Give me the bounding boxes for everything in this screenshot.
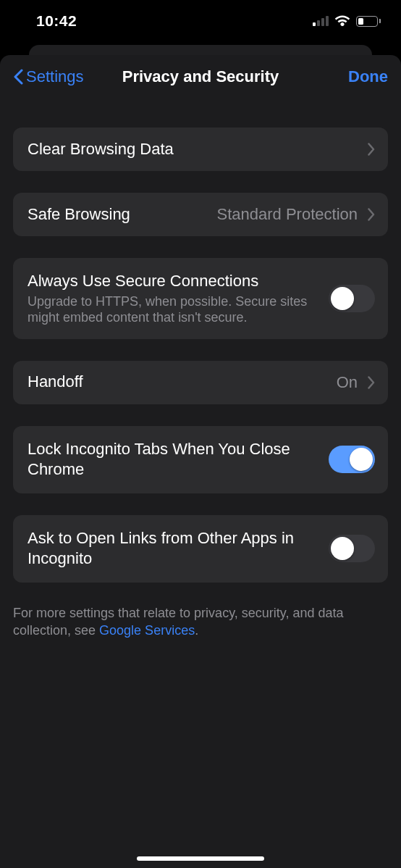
row-title: Safe Browsing [28,204,217,225]
row-title: Lock Incognito Tabs When You Close Chrom… [28,439,321,480]
done-button[interactable]: Done [348,67,388,86]
row-lock-incognito-tabs: Lock Incognito Tabs When You Close Chrom… [13,426,388,493]
navbar: Settings Privacy and Security Done [0,55,401,99]
footer-note: For more settings that relate to privacy… [0,604,401,640]
battery-icon [356,16,381,27]
row-safe-browsing[interactable]: Safe Browsing Standard Protection [13,193,388,236]
status-time: 10:42 [36,12,77,30]
chevron-right-icon [368,376,375,389]
chevron-right-icon [368,143,375,156]
status-bar: 10:42 [0,0,401,42]
lock-incognito-toggle[interactable] [329,446,375,473]
wifi-icon [334,15,350,27]
google-services-link[interactable]: Google Services [99,623,195,638]
row-value: On [337,373,363,392]
open-links-incognito-toggle[interactable] [329,535,375,562]
settings-content: Clear Browsing Data Safe Browsing Standa… [0,99,401,583]
row-value: Standard Protection [217,205,363,224]
row-title: Ask to Open Links from Other Apps in Inc… [28,528,321,569]
row-always-use-secure-connections: Always Use Secure Connections Upgrade to… [13,258,388,339]
row-open-links-incognito: Ask to Open Links from Other Apps in Inc… [13,515,388,583]
row-title: Clear Browsing Data [28,139,363,160]
row-handoff[interactable]: Handoff On [13,361,388,404]
secure-connections-toggle[interactable] [329,285,375,312]
row-title: Handoff [28,372,337,393]
chevron-left-icon [13,69,23,85]
status-icons [313,15,381,27]
cellular-icon [313,16,329,26]
settings-sheet: Settings Privacy and Security Done Clear… [0,55,401,868]
home-indicator[interactable] [137,856,264,861]
row-subtitle: Upgrade to HTTPS, when possible. Secure … [28,293,321,326]
footer-suffix: . [195,623,198,638]
back-label: Settings [26,67,84,86]
chevron-right-icon [368,208,375,221]
row-title: Always Use Secure Connections [28,271,321,292]
row-clear-browsing-data[interactable]: Clear Browsing Data [13,128,388,171]
back-button[interactable]: Settings [13,67,84,86]
